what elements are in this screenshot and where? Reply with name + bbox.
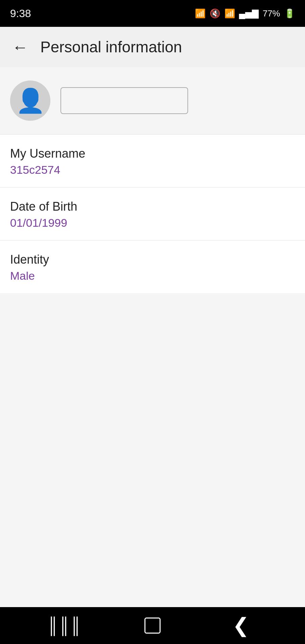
back-arrow-icon: ←: [12, 38, 28, 56]
signal-icon: ▄▅▇: [239, 8, 259, 19]
avatar-name-input[interactable]: [60, 87, 188, 114]
home-icon: [144, 618, 161, 634]
app-bar: ← Personal information: [0, 27, 305, 67]
mute-icon: 🔇: [210, 8, 220, 19]
dob-label: Date of Birth: [10, 200, 295, 214]
avatar-section: 👤: [0, 67, 305, 135]
back-nav-button[interactable]: ❮: [227, 612, 254, 639]
nav-bar: ║║║ ❮: [0, 607, 305, 644]
info-list: My Username 315c2574 Date of Birth 01/01…: [0, 135, 305, 293]
status-bar: 9:38 📶 🔇 📶 ▄▅▇ 77% 🔋: [0, 0, 305, 27]
identity-item[interactable]: Identity Male: [0, 240, 305, 293]
recents-button[interactable]: ║║║: [51, 612, 78, 639]
username-item[interactable]: My Username 315c2574: [0, 135, 305, 187]
battery-icon: 🔋: [284, 8, 295, 19]
battery-percent: 77%: [263, 8, 280, 19]
dob-value: 01/01/1999: [10, 216, 295, 229]
bluetooth-icon: 📶: [195, 8, 206, 19]
dob-item[interactable]: Date of Birth 01/01/1999: [0, 187, 305, 240]
bottom-spacer: [0, 293, 305, 330]
username-label: My Username: [10, 147, 295, 161]
home-button[interactable]: [139, 612, 166, 639]
avatar[interactable]: 👤: [10, 80, 50, 121]
page-title: Personal information: [40, 38, 182, 56]
recents-icon: ║║║: [47, 616, 81, 635]
back-nav-icon: ❮: [232, 615, 249, 636]
back-button[interactable]: ←: [10, 37, 30, 57]
status-time: 9:38: [10, 7, 31, 20]
person-icon: 👤: [16, 87, 45, 114]
identity-label: Identity: [10, 253, 295, 267]
wifi-icon: 📶: [224, 8, 235, 19]
identity-value: Male: [10, 269, 295, 282]
username-value: 315c2574: [10, 163, 295, 176]
status-icons: 📶 🔇 📶 ▄▅▇ 77% 🔋: [195, 8, 295, 19]
